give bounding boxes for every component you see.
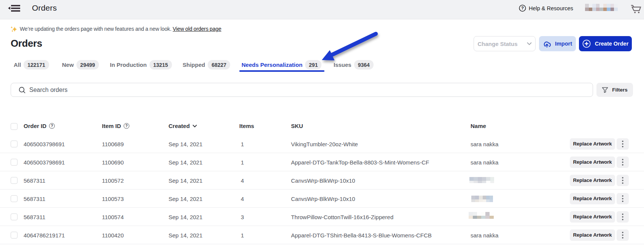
svg-text:?: ?: [521, 6, 524, 10]
